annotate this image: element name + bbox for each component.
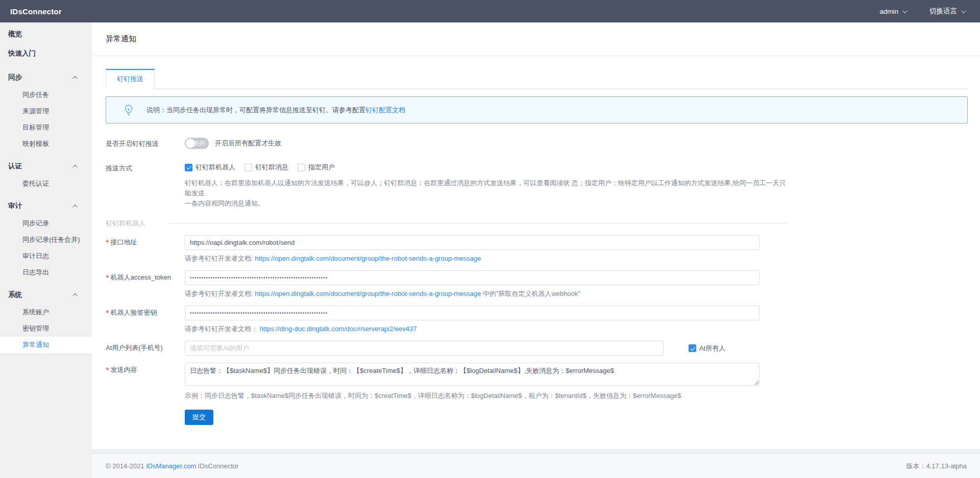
send-content-label: 发送内容 <box>106 363 185 400</box>
checkbox-robot[interactable]: 钉钉群机器人 <box>185 163 235 172</box>
api-url-help: 请参考钉钉开发者文档: https://open.dingtalk.com/do… <box>185 254 788 263</box>
checkbox-checked-icon <box>185 164 192 171</box>
chevron-up-icon <box>72 204 78 209</box>
background-band <box>92 449 980 454</box>
sidebar-item-quick-start[interactable]: 快速入门 <box>0 44 92 63</box>
chevron-down-icon <box>961 8 966 13</box>
push-method-label: 推送方式 <box>106 161 185 209</box>
footer-copyright: © 2014-2021 IDsManager.com IDsConnector <box>106 462 238 470</box>
api-doc-link[interactable]: https://open.dingtalk.com/document/group… <box>255 255 481 262</box>
sidebar-item-log-export[interactable]: 日志导出 <box>0 264 92 281</box>
token-doc-link[interactable]: https://open.dingtalk.com/document/group… <box>255 290 481 297</box>
sidebar-group-sync-header[interactable]: 同步 <box>0 68 92 87</box>
form-row-sign-secret: 机器人验签密钥 请参考钉钉开发者文档： https://ding-doc.din… <box>106 306 788 334</box>
sidebar-group-audit-header[interactable]: 审计 <box>0 197 92 215</box>
sidebar-item-target-management[interactable]: 目标管理 <box>0 119 92 136</box>
submit-button[interactable]: 提交 <box>185 410 213 425</box>
info-banner: 说明：当同步任务出现异常时，可配置将异常信息推送至钉钉。请参考配置钉钉配置文档 <box>106 96 968 123</box>
section-robot-label: 钉钉群机器人 <box>106 219 145 228</box>
send-content-example: 示例：同步日志告警，$taskName$同步任务出现错误，时间为：$creatT… <box>185 391 788 400</box>
banner-text: 说明：当同步任务出现异常时，可配置将异常信息推送至钉钉。请参考配置钉钉配置文档 <box>146 106 405 115</box>
sign-secret-label: 机器人验签密钥 <box>106 306 185 334</box>
sidebar-item-sync-records[interactable]: 同步记录 <box>0 215 92 232</box>
access-token-input[interactable] <box>185 270 760 285</box>
sidebar-item-sync-records-merged[interactable]: 同步记录(任务合并) <box>0 232 92 248</box>
chevron-up-icon <box>72 76 78 81</box>
access-token-label: 机器人access_token <box>106 270 185 298</box>
sign-secret-help: 请参考钉钉开发者文档： https://ding-doc.dingtalk.co… <box>185 324 788 334</box>
chevron-up-icon <box>72 164 78 169</box>
user-menu-label: admin <box>879 8 898 15</box>
form-row-submit: 提交 <box>106 409 788 425</box>
sidebar-group-sync: 同步 同步任务 来源管理 目标管理 映射模板 <box>0 68 92 152</box>
checkbox-unchecked-icon <box>244 164 252 171</box>
checkbox-at-all[interactable]: At所有人 <box>689 344 725 353</box>
sidebar-item-exception-notification[interactable]: 异常通知 <box>0 337 92 353</box>
form-row-access-token: 机器人access_token 请参考钉钉开发者文档: https://open… <box>106 270 788 298</box>
toggle-state-text: 关闭 <box>193 140 205 147</box>
secret-doc-link[interactable]: https://ding-doc.dingtalk.com/doc#/serve… <box>260 325 417 333</box>
form-row-send-content: 发送内容 日志告警：【$taskName$】同步任务出现错误，时间：【$crea… <box>106 363 788 400</box>
form-row-push-method: 推送方式 钉钉群机器人 钉钉群消息 <box>106 161 788 209</box>
dingtalk-config-doc-link[interactable]: 钉钉配置文档 <box>365 106 405 114</box>
checkbox-specified-user[interactable]: 指定用户 <box>298 163 335 172</box>
push-method-description: 钉钉机器人：在群里添加机器人以通知的方法发送结果，可以@人；钉钉群消息：在群里通… <box>185 178 788 209</box>
at-users-label: At用户列表(手机号) <box>106 341 185 356</box>
checkbox-unchecked-icon <box>298 164 305 171</box>
dingtalk-push-form: 是否开启钉钉推送 关闭 开启后所有配置才生效 推送方式 <box>106 137 788 425</box>
checkbox-group-message[interactable]: 钉钉群消息 <box>244 163 288 172</box>
lightbulb-icon <box>122 104 135 117</box>
page-header: 异常通知 <box>92 22 980 56</box>
tab-dingtalk-push[interactable]: 钉钉推送 <box>106 69 155 89</box>
sidebar-item-audit-logs[interactable]: 审计日志 <box>0 248 92 264</box>
checkbox-checked-icon <box>689 344 696 352</box>
form-row-api-url: 接口地址 请参考钉钉开发者文档: https://open.dingtalk.c… <box>106 235 788 263</box>
form-row-enable: 是否开启钉钉推送 关闭 开启后所有配置才生效 <box>106 137 788 149</box>
api-url-input[interactable] <box>185 235 760 250</box>
top-bar: IDsConnector admin 切换语言 <box>0 0 980 22</box>
send-content-textarea[interactable]: 日志告警：【$taskName$】同步任务出现错误，时间：【$createTim… <box>185 363 760 386</box>
sidebar-item-key-management[interactable]: 密钥管理 <box>0 320 92 337</box>
sidebar-item-sync-task[interactable]: 同步任务 <box>0 87 92 103</box>
sidebar-group-audit: 审计 同步记录 同步记录(任务合并) 审计日志 日志导出 <box>0 197 92 281</box>
api-url-label: 接口地址 <box>106 235 185 263</box>
section-divider <box>168 223 788 224</box>
idsmanager-link[interactable]: IDsManager.com <box>146 462 196 470</box>
form-row-at-users: At用户列表(手机号) At所有人 <box>106 341 788 356</box>
sign-secret-input[interactable] <box>185 306 760 320</box>
footer: © 2014-2021 IDsManager.com IDsConnector … <box>92 454 980 478</box>
app-brand: IDsConnector <box>10 7 62 16</box>
tab-bar: 钉钉推送 <box>106 69 968 89</box>
sidebar-item-system-accounts[interactable]: 系统账户 <box>0 304 92 320</box>
sidebar-group-system: 系统 系统账户 密钥管理 异常通知 <box>0 286 92 353</box>
sidebar-group-auth-header[interactable]: 认证 <box>0 157 92 175</box>
sidebar-item-mapping-template[interactable]: 映射模板 <box>0 136 92 152</box>
content-card: 钉钉推送 说明：当同步任务出现异常时，可配置将异常信息推送至钉钉。请参考配置钉钉… <box>92 56 980 449</box>
language-menu-label: 切换语言 <box>929 7 957 16</box>
chevron-down-icon <box>902 8 908 13</box>
enable-label: 是否开启钉钉推送 <box>106 137 185 149</box>
page-title: 异常通知 <box>106 34 136 44</box>
enable-toggle[interactable]: 关闭 <box>185 138 209 149</box>
sidebar-group-auth: 认证 委托认证 <box>0 157 92 192</box>
sidebar: 概览 快速入门 同步 同步任务 来源管理 目标管理 映射模板 认证 委托认证 审… <box>0 22 92 478</box>
at-users-input[interactable] <box>185 341 664 356</box>
access-token-help: 请参考钉钉开发者文档: https://open.dingtalk.com/do… <box>185 289 788 298</box>
enable-hint: 开启后所有配置才生效 <box>215 139 281 148</box>
section-robot: 钉钉群机器人 <box>106 219 788 228</box>
footer-version: 版本：4.17.13-alpha <box>906 462 967 471</box>
sidebar-item-overview[interactable]: 概览 <box>0 24 92 44</box>
language-menu[interactable]: 切换语言 <box>929 7 965 16</box>
user-menu[interactable]: admin <box>879 8 906 15</box>
chevron-up-icon <box>72 293 78 298</box>
sidebar-item-delegated-auth[interactable]: 委托认证 <box>0 175 92 192</box>
sidebar-item-source-management[interactable]: 来源管理 <box>0 103 92 119</box>
sidebar-group-system-header[interactable]: 系统 <box>0 286 92 304</box>
